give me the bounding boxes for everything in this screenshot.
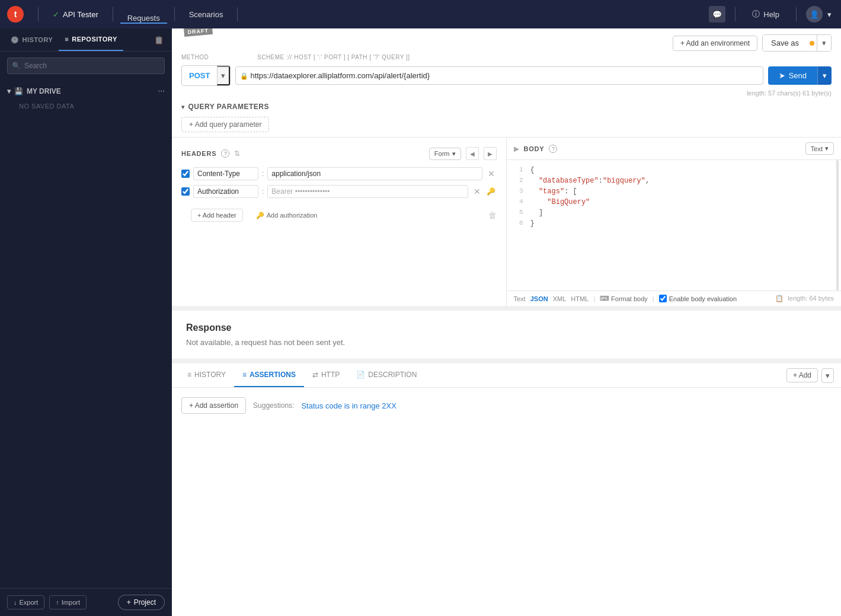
request-panel: DRAFT + Add an environment Save as ▾ MET… [172,28,841,306]
add-authorization-button[interactable]: 🔑 Add authorization [252,209,321,222]
nav-right-button[interactable]: ▶ [484,147,497,160]
header-delete-2[interactable]: ✕ [472,186,482,197]
chevron-down-icon: ▾ [825,145,829,152]
bottom-tabs: ≡ HISTORY ≡ ASSERTIONS ⇄ HTTP 📄 DESCRIPT… [172,363,841,388]
import-icon: ↑ [56,599,59,606]
method-value: POST [182,67,217,84]
add-header-button[interactable]: + Add header [191,209,243,222]
add-environment-button[interactable]: + Add an environment [673,36,757,51]
trash-icon[interactable]: 🗑 [488,210,497,220]
headers-panel: HEADERS ? ⇅ Form ▾ ◀ ▶ [172,138,507,306]
help-circle-icon: ⓘ [752,9,760,20]
sidebar-bottom: ↓ Export ↑ Import + Project [0,588,172,616]
query-params-section[interactable]: ▾ QUERY PARAMETERS [172,99,841,114]
code-area[interactable]: 1 { 2 "databaseType": "bigquery", 3 "tag… [507,160,842,291]
request-toolbar: + Add an environment Save as ▾ [172,28,841,54]
sidebar-tabs: 🕐 HISTORY ≡ REPOSITORY 📋 [0,28,172,52]
code-line-6: 6 } [507,218,842,229]
sidebar-tab-history[interactable]: 🕐 HISTORY [5,29,59,51]
search-icon: 🔍 [12,62,21,70]
xml-link[interactable]: XML [553,295,567,302]
url-label: SCHEME :// HOST [ ':' PORT ] [ PATH [ '?… [257,54,410,60]
header-value-2[interactable] [267,185,468,198]
sidebar: 🕐 HISTORY ≡ REPOSITORY 📋 🔍 ▾ 💾 MY DRIVE … [0,28,172,616]
body-footer: Text JSON XML HTML | ⌨ Format body | [507,291,842,306]
project-button[interactable]: + Project [118,595,165,610]
key-icon-small: 🔑 [256,212,264,219]
my-drive-header[interactable]: ▾ 💾 MY DRIVE ⋯ [7,85,165,98]
collapse-button[interactable]: ▾ [821,368,834,383]
save-as-main-button[interactable]: Save as [763,35,807,51]
sidebar-tab-repository[interactable]: ≡ REPOSITORY [59,28,123,51]
headers-info-icon[interactable]: ? [221,149,229,158]
add-query-param-button[interactable]: + Add query parameter [181,117,269,132]
bottom-tab-description[interactable]: 📄 DESCRIPTION [348,363,425,387]
copy-icon[interactable]: 📋 [775,295,784,302]
export-button[interactable]: ↓ Export [7,595,44,609]
body-panel: ▶ BODY ? Text ▾ 1 { [507,138,842,306]
description-tab-icon: 📄 [356,371,365,379]
bottom-tab-history[interactable]: ≡ HISTORY [179,363,234,387]
header-row-authorization: : ✕ 🔑 [172,183,506,200]
content-area: DRAFT + Add an environment Save as ▾ MET… [172,28,841,616]
more-icon[interactable]: ⋯ [158,87,165,95]
sort-icon[interactable]: ⇅ [234,149,240,158]
search-input[interactable] [7,58,165,74]
nav-left-button[interactable]: ◀ [466,147,479,160]
nav-item-api-tester[interactable]: ✓ API Tester [46,10,105,19]
method-dropdown-button[interactable]: ▾ [217,66,230,85]
html-link[interactable]: HTML [571,295,589,302]
http-tab-icon: ⇄ [312,371,318,379]
body-panel-header: ▶ BODY ? Text ▾ [507,138,842,160]
check-icon: ✓ [53,10,59,19]
user-dropdown-arrow[interactable]: ▾ [825,10,834,19]
nav-item-requests[interactable]: Requests [120,5,167,24]
send-button[interactable]: ➤ Send [768,66,817,85]
add-button[interactable]: + Add [786,368,818,382]
bottom-tab-assertions[interactable]: ≡ ASSERTIONS [234,363,304,387]
nav-divider-1 [38,7,39,21]
lock-icon: 🔒 [240,72,248,79]
add-assertion-button[interactable]: + Add assertion [181,397,246,414]
export-icon: ↓ [14,599,17,606]
header-key-2[interactable] [193,185,258,198]
headers-panel-actions: Form ▾ [429,148,461,160]
nav-divider-2 [113,7,113,21]
form-dropdown[interactable]: Form ▾ [429,148,461,160]
suggestion-link[interactable]: Status code is in range 2XX [301,401,396,410]
json-link[interactable]: JSON [530,295,548,302]
text-link[interactable]: Text [514,295,526,302]
enable-eval-checkbox[interactable] [659,295,667,302]
nav-divider-3 [174,7,175,21]
header-checkbox-1[interactable] [181,170,190,178]
body-info-icon[interactable]: ? [549,145,557,153]
user-avatar[interactable]: 👤 [806,6,823,23]
text-dropdown[interactable]: Text ▾ [805,142,834,155]
header-key-1[interactable] [193,167,258,180]
key-icon[interactable]: 🔑 [486,186,497,197]
app-logo[interactable]: t [7,6,24,23]
drive-icon: 💾 [14,87,23,95]
header-value-1[interactable] [267,167,482,180]
url-row: POST ▾ 🔒 ➤ Send ▾ [172,62,841,90]
nav-item-scenarios[interactable]: Scenarios [182,10,231,19]
nav-divider-5 [735,7,736,21]
header-delete-1[interactable]: ✕ [486,168,497,179]
chat-icon[interactable]: 💬 [709,6,725,23]
import-button[interactable]: ↑ Import [49,595,87,609]
save-as-dropdown-button[interactable]: ▾ [817,35,831,51]
format-body-button[interactable]: ⌨ Format body [600,295,648,302]
send-dropdown-button[interactable]: ▾ [817,66,832,85]
body-expand-icon[interactable]: ▶ [514,145,519,153]
headers-title: HEADERS [181,150,216,157]
code-scrollbar[interactable] [836,160,839,291]
enable-eval-checkbox-label[interactable]: Enable body evaluation [659,295,737,302]
bottom-tab-http[interactable]: ⇄ HTTP [304,363,348,387]
send-icon: ➤ [779,71,785,80]
header-checkbox-2[interactable] [181,187,190,196]
response-title: Response [186,323,827,333]
url-input[interactable] [235,66,763,85]
nav-help[interactable]: ⓘ Help [745,9,786,20]
clipboard-icon[interactable]: 📋 [151,31,167,48]
panels-row: HEADERS ? ⇅ Form ▾ ◀ ▶ [172,137,841,306]
